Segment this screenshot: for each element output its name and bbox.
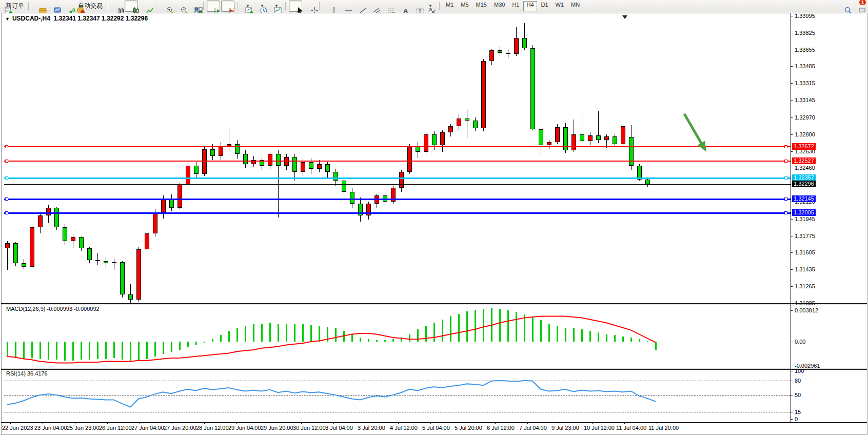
timeframe-w1-button[interactable]: W1 — [553, 1, 567, 11]
timeframe-m30-button[interactable]: M30 — [491, 1, 508, 11]
toolbar-separator — [439, 2, 440, 10]
timeframe-d1-button[interactable]: D1 — [538, 1, 551, 11]
equidistant-channel-button[interactable]: E — [366, 1, 379, 12]
chart-window[interactable]: ▼USDCAD-,H4 1.32341 1.32347 1.32292 1.32… — [0, 13, 868, 435]
main-toolbar: 新订单自动交易▼▼▼EFAT▼M1M5M15M30H1H4D1W1MN1 — [0, 0, 868, 12]
toolbar-separator — [285, 2, 286, 10]
timeframe-h1-button[interactable]: H1 — [509, 1, 522, 11]
signals-button[interactable] — [61, 1, 74, 12]
toolbar-separator — [319, 2, 320, 10]
toolbar-separator — [107, 2, 108, 10]
toolbar-separator — [155, 2, 156, 10]
timeframe-m1-button[interactable]: M1 — [443, 1, 457, 11]
crosshair-button[interactable] — [303, 1, 317, 12]
label-button[interactable]: T — [409, 1, 422, 12]
text-button[interactable]: A — [394, 1, 408, 12]
arrows-button[interactable]: ▼ — [423, 1, 437, 12]
trendline-button[interactable] — [351, 1, 365, 12]
new-order-button[interactable]: 新订单 — [3, 1, 26, 12]
bar-chart-button[interactable] — [110, 1, 124, 12]
macd-label: MACD(12,26,9) -0.000993 -0.000092 — [6, 306, 100, 312]
zoom-in-button[interactable] — [159, 1, 172, 12]
timeframe-m5-button[interactable]: M5 — [458, 1, 471, 11]
chat-button[interactable]: 1 — [851, 1, 864, 12]
auto-scroll-button[interactable] — [207, 1, 220, 12]
market-watch-button[interactable] — [46, 1, 60, 12]
toolbar-separator — [28, 2, 29, 10]
timeframe-h4-button[interactable]: H4 — [523, 1, 537, 11]
vertical-line-button[interactable] — [323, 1, 336, 12]
search-button[interactable] — [837, 1, 850, 12]
chart-shift-button[interactable] — [221, 1, 234, 12]
timeframe-m15-button[interactable]: M15 — [473, 1, 490, 11]
toolbar-separator — [237, 2, 238, 10]
notification-badge: 1 — [859, 0, 866, 6]
templates-button[interactable]: ▼ — [269, 1, 283, 12]
profile-button[interactable] — [32, 1, 45, 12]
fibonacci-button[interactable]: F — [380, 1, 393, 12]
candlestick-button[interactable] — [125, 1, 138, 12]
indicators-button[interactable]: ▼ — [241, 1, 254, 12]
annotation-arrow[interactable] — [684, 114, 706, 152]
auto-trading-button[interactable]: 自动交易 — [75, 1, 104, 12]
toolbar-separator — [203, 2, 204, 10]
horizontal-line-button[interactable] — [337, 1, 350, 12]
rsi-label: RSI(14) 36.4176 — [6, 370, 48, 377]
periods-button[interactable]: ▼ — [255, 1, 268, 12]
tile-windows-button[interactable] — [187, 1, 201, 12]
zoom-out-button[interactable] — [173, 1, 186, 12]
timeframe-mn-button[interactable]: MN — [568, 1, 583, 11]
cursor-button[interactable] — [289, 1, 302, 12]
line-chart-button[interactable] — [139, 1, 152, 12]
